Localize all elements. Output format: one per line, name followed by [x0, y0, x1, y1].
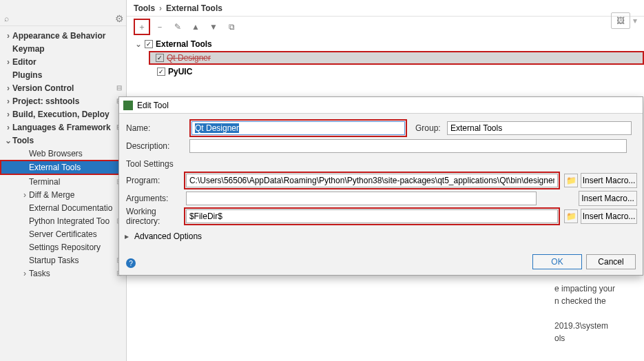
- sidebar-item[interactable]: External Tools: [0, 160, 126, 175]
- dialog-title-text: Edit Tool: [137, 101, 169, 110]
- group-label: Group:: [415, 123, 444, 133]
- arguments-label: Arguments:: [125, 194, 183, 203]
- gear-icon[interactable]: ⚙: [115, 13, 124, 24]
- dropdown-icon[interactable]: ▾: [633, 16, 637, 25]
- app-icon: [123, 101, 133, 110]
- edit-button[interactable]: ✎: [169, 19, 186, 35]
- tools-toolbar: ＋ － ✎ ▲ ▼ ⧉: [127, 17, 644, 37]
- sidebar-item[interactable]: External Documentatio: [0, 201, 126, 214]
- sidebar-item-label: Version Control: [12, 83, 74, 93]
- arguments-input[interactable]: [186, 192, 537, 205]
- chevron-down-icon: ⌄: [135, 39, 145, 49]
- project-config-icon: ⊟: [116, 84, 122, 92]
- sidebar-item[interactable]: Keymap: [0, 42, 126, 55]
- sidebar-item[interactable]: ›Appearance & Behavior: [0, 29, 126, 42]
- working-dir-input[interactable]: [186, 209, 558, 223]
- sidebar-item-label: Startup Tasks: [29, 256, 79, 265]
- sidebar-item[interactable]: Plugins: [0, 68, 126, 81]
- dialog-footer: OK Cancel: [532, 254, 636, 269]
- sidebar-item-label: External Documentatio: [29, 203, 112, 213]
- sidebar-item[interactable]: ›Tasks⊟: [0, 267, 126, 280]
- sidebar-item[interactable]: ›Version Control⊟: [0, 81, 126, 94]
- sidebar-item[interactable]: Python Integrated Too⊟: [0, 214, 126, 227]
- tools-group-row[interactable]: ⌄ ✓ External Tools: [135, 37, 644, 51]
- program-row: Program: 📁 Insert Macro...: [125, 172, 637, 189]
- sidebar-item-label: Appearance & Behavior: [12, 31, 105, 41]
- add-button[interactable]: ＋: [134, 19, 150, 35]
- breadcrumb-leaf: External Tools: [166, 3, 222, 13]
- working-dir-highlight: [184, 207, 560, 225]
- chevron-right-icon: ›: [21, 269, 29, 278]
- chevron-right-icon: ›: [4, 31, 12, 41]
- tool-item-qtdesigner[interactable]: ✓ Qt Designer: [149, 51, 644, 65]
- sidebar-item[interactable]: Terminal⊟: [0, 175, 126, 188]
- chevron-right-icon: ›: [4, 123, 12, 132]
- name-label: Name:: [125, 123, 187, 133]
- tool-checkbox[interactable]: ✓: [157, 68, 165, 76]
- sidebar-item[interactable]: Startup Tasks⊟: [0, 254, 126, 267]
- sidebar-item-label: Python Integrated Too: [29, 216, 110, 226]
- hint-line: n checked the: [554, 295, 630, 307]
- sidebar-item[interactable]: ›Editor: [0, 55, 126, 68]
- advanced-options-row[interactable]: ▸ Advanced Options: [125, 228, 637, 245]
- cancel-button[interactable]: Cancel: [586, 254, 636, 269]
- sidebar-item-label: External Tools: [29, 163, 81, 172]
- sidebar-item-label: Languages & Framework: [12, 123, 111, 132]
- tools-tree: ⌄ ✓ External Tools ✓ Qt Designer ✓ PyUIC: [127, 37, 644, 79]
- arguments-row: Arguments: Insert Macro...: [125, 189, 637, 207]
- sidebar-search-input[interactable]: [12, 14, 115, 23]
- chevron-right-icon: ▸: [125, 231, 134, 241]
- breadcrumb-root[interactable]: Tools: [134, 3, 155, 13]
- sidebar-item[interactable]: Server Certificates: [0, 227, 126, 240]
- sidebar-item[interactable]: ⌄Tools: [0, 134, 126, 147]
- down-button[interactable]: ▼: [205, 19, 222, 35]
- sidebar-item-label: Tools: [12, 136, 34, 145]
- advanced-label: Advanced Options: [134, 231, 202, 241]
- sidebar-item[interactable]: ›Diff & Merge: [0, 188, 126, 201]
- hint-line: e impacting your: [554, 282, 630, 295]
- name-input[interactable]: [191, 121, 405, 135]
- breadcrumb-sep: ›: [159, 3, 162, 13]
- settings-sidebar: ⌕ ⚙ ›Appearance & BehaviorKeymap›EditorP…: [0, 0, 127, 361]
- dialog-titlebar: Edit Tool: [119, 97, 643, 114]
- desc-label: Description:: [125, 141, 187, 151]
- tool-label: Qt Designer: [167, 53, 211, 63]
- browse-program-button[interactable]: 📁: [564, 174, 578, 187]
- sidebar-item-label: Web Browsers: [29, 149, 83, 158]
- group-input[interactable]: [447, 121, 632, 135]
- browse-wd-button[interactable]: 📁: [564, 209, 578, 223]
- insert-macro-wd-button[interactable]: Insert Macro...: [581, 209, 637, 224]
- chevron-right-icon: ›: [4, 96, 12, 106]
- ok-button[interactable]: OK: [532, 254, 582, 269]
- image-icon[interactable]: 🖼: [611, 12, 630, 29]
- sidebar-item-label: Terminal: [29, 177, 60, 187]
- program-input[interactable]: [186, 174, 558, 187]
- help-icon[interactable]: ?: [126, 258, 136, 268]
- tool-label: PyUIC: [168, 67, 192, 76]
- desc-row: Description:: [125, 137, 637, 155]
- tool-item-pyuic[interactable]: ✓ PyUIC: [150, 65, 644, 79]
- sidebar-header: [0, 3, 126, 11]
- tool-settings-label: Tool Settings: [126, 159, 637, 169]
- sidebar-item-label: Server Certificates: [29, 229, 97, 239]
- group-checkbox[interactable]: ✓: [145, 40, 153, 48]
- sidebar-item[interactable]: ›Languages & Framework⊟: [0, 121, 126, 134]
- copy-button[interactable]: ⧉: [223, 19, 240, 35]
- insert-macro-program-button[interactable]: Insert Macro...: [581, 173, 637, 188]
- tool-checkbox[interactable]: ✓: [156, 54, 164, 62]
- up-button[interactable]: ▲: [187, 19, 204, 35]
- sidebar-item[interactable]: Web Browsers: [0, 147, 126, 160]
- remove-button[interactable]: －: [152, 19, 168, 35]
- sidebar-item-label: Keymap: [12, 44, 45, 54]
- working-dir-row: Working directory: 📁 Insert Macro...: [125, 207, 637, 225]
- insert-macro-arguments-button[interactable]: Insert Macro...: [579, 191, 637, 206]
- chevron-down-icon: ⌄: [4, 136, 12, 145]
- sidebar-item[interactable]: ›Project: sshtools⊟: [0, 94, 126, 107]
- name-highlight: [189, 119, 407, 137]
- sidebar-item-label: Project: sshtools: [12, 96, 79, 106]
- sidebar-item[interactable]: ›Build, Execution, Deploy: [0, 107, 126, 121]
- sidebar-item[interactable]: Settings Repository: [0, 240, 126, 254]
- hint-line: ols: [554, 332, 630, 344]
- program-highlight: [184, 172, 560, 189]
- desc-input[interactable]: [189, 139, 627, 153]
